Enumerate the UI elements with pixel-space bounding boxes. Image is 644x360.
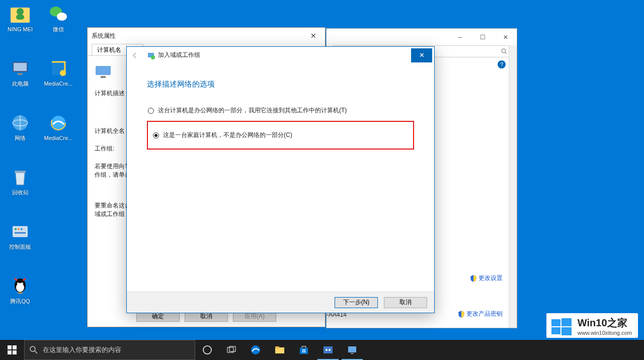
svg-rect-46 [304, 349, 306, 351]
svg-rect-32 [561, 327, 572, 335]
highlighted-option: 这是一台家庭计算机，不是办公网络的一部分(C) [147, 121, 414, 150]
svg-rect-53 [351, 353, 354, 354]
svg-rect-48 [304, 351, 306, 353]
radio-icon-checked [153, 132, 159, 138]
fullname-label: 计算机全名 [95, 127, 125, 135]
search-placeholder: 在这里输入你要搜索的内容 [43, 345, 121, 354]
svg-rect-29 [551, 319, 560, 326]
tab-computer-name[interactable]: 计算机名 [92, 44, 127, 55]
svg-point-24 [502, 49, 506, 53]
svg-rect-43 [275, 346, 279, 348]
cortana-button[interactable] [195, 340, 219, 360]
svg-point-17 [18, 228, 20, 230]
link-text: 更改设置 [478, 274, 503, 282]
desktop-icon-mediacre2[interactable]: MediaCre... [40, 113, 76, 141]
search-icon [501, 48, 507, 54]
wizard-title: 加入域或工作组 [158, 51, 200, 59]
svg-rect-52 [348, 346, 356, 352]
explorer-button[interactable] [268, 340, 292, 360]
minimize-button[interactable]: ─ [449, 30, 471, 44]
wizard-heading: 选择描述网络的选项 [147, 80, 414, 89]
start-button[interactable] [0, 340, 24, 360]
store-button[interactable] [292, 340, 316, 360]
desc-label: 计算机描述 [95, 89, 125, 98]
radio-label: 这台计算机是办公网络的一部分，我用它连接到其他工作中的计算机(T) [158, 106, 347, 115]
dialog-title: 系统属性 [92, 32, 116, 40]
radio-home-computer[interactable]: 这是一台家庭计算机，不是办公网络的一部分(C) [152, 128, 409, 142]
watermark: Win10之家 www.win10xitong.com [546, 313, 638, 338]
desktop-icon-controlpanel[interactable]: 控制面板 [2, 222, 38, 250]
svg-point-23 [21, 282, 23, 284]
wechat-icon [48, 4, 68, 24]
desktop-label: 腾讯QQ [10, 298, 30, 305]
back-button[interactable] [129, 49, 141, 61]
desktop-icon-recycle[interactable]: 回收站 [2, 167, 38, 196]
svg-point-9 [60, 70, 66, 76]
shield-icon [458, 311, 464, 318]
change-product-key-link[interactable]: 更改产品密钥 [458, 310, 503, 318]
watermark-title: Win10之家 [578, 316, 632, 330]
svg-rect-31 [551, 327, 560, 334]
desktop-label: 此电脑 [12, 81, 29, 87]
desktop-icon-wechat[interactable]: 微信 [40, 4, 76, 33]
desktop-icon-user[interactable]: NING MEI [2, 4, 38, 33]
svg-point-28 [151, 55, 155, 59]
taskbar-app-control-panel[interactable] [316, 340, 340, 360]
desktop-icon-qq[interactable]: 腾讯QQ [2, 276, 38, 305]
svg-rect-49 [324, 346, 333, 353]
svg-point-16 [15, 228, 17, 230]
svg-rect-15 [13, 226, 28, 237]
desktop-label: MediaCre... [44, 135, 73, 141]
radio-icon [148, 108, 154, 114]
svg-point-4 [57, 13, 67, 21]
svg-rect-26 [101, 76, 106, 78]
desktop-label: 控制面板 [9, 244, 31, 250]
desktop-label: MediaCre... [44, 81, 73, 87]
svg-rect-6 [14, 63, 27, 71]
join-domain-wizard: 加入域或工作组 ✕ 选择描述网络的选项 这台计算机是办公网络的一部分，我用它连接… [126, 46, 435, 313]
svg-point-50 [326, 349, 328, 351]
desktop-icon-network[interactable]: 网络 [2, 113, 38, 141]
desktop-icon-mediacre1[interactable]: MediaCre... [40, 58, 76, 87]
svg-rect-33 [8, 345, 12, 349]
taskbar-app-system-properties[interactable] [340, 340, 364, 360]
close-button[interactable]: ✕ [306, 32, 321, 40]
svg-point-1 [17, 8, 24, 15]
svg-rect-7 [18, 73, 23, 75]
shield-icon [470, 275, 476, 282]
taskbar-search[interactable]: 在这里输入你要搜索的内容 [24, 340, 195, 360]
help-icon[interactable]: ? [498, 60, 506, 68]
user-folder-icon [10, 4, 30, 24]
svg-point-18 [21, 228, 23, 230]
svg-rect-47 [302, 351, 304, 353]
desktop-label: 回收站 [12, 189, 29, 196]
mediacreation-icon [48, 58, 68, 79]
search-icon [30, 346, 38, 354]
watermark-url: www.win10xitong.com [578, 330, 632, 336]
svg-rect-44 [300, 348, 308, 354]
computer-icon [10, 58, 30, 79]
svg-point-37 [30, 346, 35, 351]
network-icon [10, 113, 30, 133]
maximize-button[interactable]: ☐ [471, 30, 494, 44]
link-text: 更改产品密钥 [466, 310, 503, 318]
svg-rect-36 [13, 350, 17, 354]
monitor-icon [95, 65, 113, 80]
watermark-logo-icon [550, 316, 573, 338]
close-button[interactable]: ✕ [494, 30, 517, 44]
svg-point-38 [203, 346, 211, 354]
radio-office-network[interactable]: 这台计算机是办公网络的一部分，我用它连接到其他工作中的计算机(T) [147, 103, 414, 118]
svg-rect-30 [561, 318, 572, 326]
edge-button[interactable] [244, 340, 268, 360]
recycle-bin-icon [10, 167, 30, 187]
taskbar: 在这里输入你要搜索的内容 [0, 340, 644, 360]
close-button[interactable]: ✕ [411, 48, 432, 62]
task-view-button[interactable] [219, 340, 244, 360]
change-settings-link[interactable]: 更改设置 [470, 274, 503, 282]
cancel-button[interactable]: 取消 [384, 297, 427, 308]
wizard-icon [147, 51, 155, 59]
next-button[interactable]: 下一步(N) [335, 297, 378, 308]
svg-point-21 [16, 283, 24, 292]
svg-rect-34 [13, 345, 17, 349]
desktop-icon-thispc[interactable]: 此电脑 [2, 58, 38, 87]
